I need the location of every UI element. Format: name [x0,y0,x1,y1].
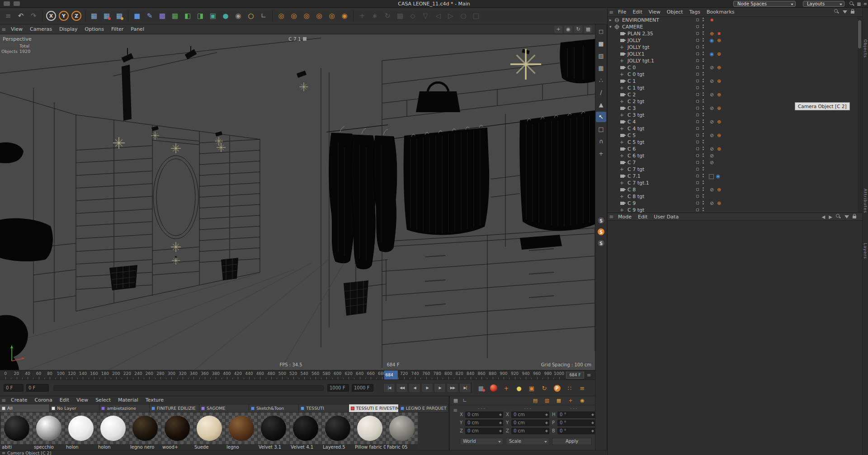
object-row[interactable]: C 2 tgt [608,98,868,105]
inactive-tool-button[interactable]: ◁ [432,10,444,22]
visibility-dots[interactable] [703,153,704,158]
current-frame-box[interactable]: 684 F [566,372,584,379]
stepper-down-icon[interactable] [545,415,548,416]
filter-icon[interactable] [844,214,849,219]
object-row[interactable]: C 9 tgt [608,207,868,213]
play-button[interactable]: ▶ [421,383,433,393]
layer-chip[interactable] [696,66,699,69]
layer-chip[interactable] [696,188,699,191]
visibility-dots[interactable] [703,79,704,83]
object-tree-scrollbar[interactable] [858,17,862,213]
object-row[interactable]: C 0 tgt [608,71,868,78]
render-view-button[interactable]: ▦ [88,10,100,22]
prev-frame-button[interactable]: ◀ [409,383,420,393]
visibility-dots[interactable] [703,133,704,137]
edges-mode-button[interactable]: ∕ [596,87,606,98]
material-item[interactable]: holon [65,412,97,450]
floor-tool-button[interactable]: ∟ [258,10,269,22]
menu-icon[interactable]: ≡ [863,1,868,6]
render-settings-button[interactable]: ▦ [113,10,125,22]
rectangle-selection-button[interactable]: □ [596,124,606,134]
layer-tab[interactable]: ambietazione [99,404,149,412]
current-frame-field[interactable]: 0 F [26,384,49,392]
axis-modify-button[interactable]: + [596,148,606,159]
visibility-off-tag[interactable]: ⊘ [709,146,715,152]
search-icon[interactable] [834,9,839,15]
viewport-menu-filter[interactable]: Filter [108,26,127,32]
snap-badge[interactable]: S [597,217,605,224]
inactive-tool-button[interactable]: ∗ [369,10,381,22]
object-row[interactable]: C 7 ⊘ [608,159,868,166]
object-row[interactable]: C 7 tgt.1 [608,180,868,186]
coord-value-field[interactable]: 0 cm [465,428,503,434]
visibility-dots[interactable] [703,126,704,131]
object-row[interactable]: JOLLY ◉⊕ [608,37,868,44]
coord-value-field[interactable]: 0 cm [511,428,549,434]
mograph-matrix-button[interactable]: ◎ [288,10,300,22]
target-tag[interactable]: ⊕ [716,92,722,98]
timeline-range-slider[interactable] [53,385,324,391]
axis-z-lock-button[interactable]: Z [71,11,81,21]
next-key-button[interactable]: ▶▶ [447,383,458,393]
material-menu-icon[interactable]: ≡ [0,397,7,403]
visibility-dots[interactable] [703,160,704,165]
axis-x-lock-button[interactable]: X [46,11,56,21]
texture-mode-button[interactable]: ▨ [596,51,606,61]
inactive-tool-button[interactable]: + [356,10,368,22]
material-menu-edit[interactable]: Edit [56,397,73,403]
viewport-menu-view[interactable]: View [7,26,26,32]
size-mode-dropdown[interactable]: Scale [506,438,549,445]
camera-label[interactable]: C 7.1 [0,36,595,42]
object-row[interactable]: PLAN 2,35 ⊕■ [608,30,868,37]
layer-chip[interactable] [696,86,699,89]
material-item[interactable]: wood+ [161,412,193,450]
target-tag[interactable]: ⊕ [716,38,722,43]
inactive-tool-button[interactable]: ◇ [407,10,419,22]
history-forward-icon[interactable]: ▶ [829,214,832,219]
target-tag[interactable]: ⊕ [716,133,722,138]
snap-badge-2[interactable]: S [597,239,605,247]
prev-key-button[interactable]: ◀◀ [396,383,408,393]
object-row[interactable]: C 7.1 ◉ [608,173,868,180]
add-cube-button[interactable]: ■ [131,10,143,22]
keyframe-scale-toggle[interactable]: ▣ [526,383,537,393]
material-item[interactable]: abiti [1,412,33,450]
redo-button[interactable]: ↷ [28,10,39,22]
layer-chip[interactable] [696,181,699,184]
layer-chip[interactable] [696,175,699,177]
layer-chip[interactable] [696,19,699,21]
viewport-menu-icon[interactable]: ≡ [0,26,7,33]
material-menu-select[interactable]: Select [92,397,114,403]
visibility-off-tag[interactable]: ⊘ [709,119,715,125]
plane-x-icon[interactable]: ▥ [543,397,551,404]
layer-chip[interactable] [696,100,699,103]
visibility-dots[interactable] [703,24,704,29]
viewport-menu-cameras[interactable]: Cameras [26,26,56,32]
visibility-off-tag[interactable]: ⊘ [709,160,715,166]
visibility-dots[interactable] [703,147,704,151]
spline-pen-button[interactable]: ✎ [144,10,156,22]
keying-settings-button[interactable]: ≡ [577,383,588,393]
layer-chip[interactable] [696,168,699,171]
timeline-ruler[interactable]: 0204060801001201401601802002202402602803… [0,370,595,380]
points-mode-button[interactable]: ∴ [596,75,606,85]
om-menu-view[interactable]: View [646,9,664,15]
attribute-menu-icon[interactable]: ≡ [608,213,615,220]
layer-chip[interactable] [696,59,699,62]
lock-icon[interactable] [853,214,856,219]
attr-menu-user-data[interactable]: User Data [651,214,682,220]
attr-menu-mode[interactable]: Mode [615,214,635,220]
visibility-dots[interactable] [703,187,704,192]
om-menu-bookmarks[interactable]: Bookmarks [703,9,737,15]
visibility-off-tag[interactable]: ⊘ [709,78,715,84]
target-tag[interactable]: ⊕ [716,146,722,152]
dock-tab-layers[interactable]: Layers [863,243,868,259]
stepper-down-icon[interactable] [499,415,502,416]
material-menu-material[interactable]: Material [114,397,142,403]
material-menu-create[interactable]: Create [7,397,31,403]
om-menu-edit[interactable]: Edit [629,9,645,15]
layer-chip[interactable] [696,32,699,35]
model-mode-button[interactable]: ■ [596,38,606,49]
grid-icon[interactable]: ▦ [856,1,862,6]
next-frame-button[interactable]: ▶ [434,383,446,393]
